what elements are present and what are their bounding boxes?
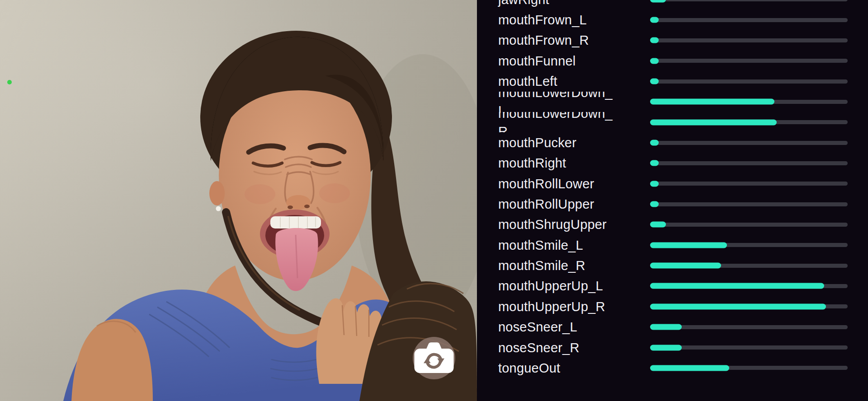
blendshape-label: mouthLowerDown_ R	[498, 112, 650, 132]
blendshape-row: mouthRollLower	[477, 173, 868, 194]
blendshape-bar-fill	[650, 99, 774, 105]
blendshape-bar-fill	[650, 37, 659, 43]
blendshape-list[interactable]: jawRight mouthFrown_L mouthFrown_R mouth…	[477, 0, 868, 378]
blendshape-label: jawRight	[498, 0, 650, 9]
blendshape-label: mouthRight	[498, 154, 650, 172]
blendshape-bar-track	[650, 243, 848, 247]
blendshape-label: noseSneer_L	[498, 318, 650, 336]
blendshape-label: mouthFrown_L	[498, 11, 650, 29]
blendshape-panel: jawRight mouthFrown_L mouthFrown_R mouth…	[477, 0, 868, 401]
blendshape-label: mouthUpperUp_L	[498, 277, 650, 295]
blendshape-bar-fill	[650, 181, 659, 187]
blendshape-row: mouthRollUpper	[477, 194, 868, 214]
camera-preview	[0, 0, 477, 401]
blendshape-bar-fill	[650, 58, 659, 64]
blendshape-bar-fill	[650, 303, 826, 309]
blendshape-bar-fill	[650, 140, 659, 146]
blendshape-bar-track	[650, 366, 848, 370]
app-window: jawRight mouthFrown_L mouthFrown_R mouth…	[0, 0, 868, 401]
blendshape-row: noseSneer_R	[477, 337, 868, 358]
blendshape-label: tongueOut	[498, 359, 650, 377]
blendshape-bar-track	[650, 345, 848, 350]
blendshape-label: noseSneer_R	[498, 339, 650, 357]
blendshape-bar-fill	[650, 365, 729, 371]
blendshape-bar-fill	[650, 222, 666, 228]
blendshape-bar-fill	[650, 201, 659, 207]
blendshape-bar-track	[650, 161, 848, 165]
blendshape-row: mouthFrown_L	[477, 9, 868, 30]
blendshape-label: mouthRollUpper	[498, 195, 650, 213]
tracking-indicator-dot	[7, 80, 12, 84]
blendshape-row: mouthUpperUp_R	[477, 296, 868, 317]
blendshape-bar-track	[650, 202, 848, 206]
blendshape-row: mouthUpperUp_L	[477, 276, 868, 296]
blendshape-bar-fill	[650, 345, 682, 350]
blendshape-bar-track	[650, 18, 848, 22]
blendshape-row: mouthRight	[477, 153, 868, 173]
blendshape-bar-fill	[650, 283, 824, 289]
blendshape-row: mouthShrugUpper	[477, 214, 868, 235]
blendshape-label: mouthShrugUpper	[498, 215, 650, 233]
blendshape-bar-track	[650, 141, 848, 145]
blendshape-bar-track	[650, 100, 848, 104]
blendshape-bar-fill	[650, 324, 682, 330]
blendshape-row: mouthLowerDown_ L	[477, 92, 868, 112]
camera-scene-illustration	[0, 0, 477, 401]
blendshape-label: mouthUpperUp_R	[498, 298, 650, 316]
blendshape-row: mouthSmile_L	[477, 235, 868, 255]
blendshape-bar-fill	[650, 0, 666, 2]
blendshape-bar-fill	[650, 242, 727, 248]
blendshape-bar-track	[650, 304, 848, 308]
blendshape-row: noseSneer_L	[477, 317, 868, 337]
camera-flip-icon	[413, 158, 455, 401]
blendshape-label: mouthFunnel	[498, 52, 650, 70]
blendshape-bar-track	[650, 284, 848, 288]
blendshape-bar-fill	[650, 263, 721, 269]
blendshape-label: mouthLeft	[498, 72, 650, 90]
blendshape-row: tongueOut	[477, 358, 868, 378]
blendshape-bar-track	[650, 120, 848, 124]
blendshape-bar-fill	[650, 79, 659, 84]
blendshape-row: mouthSmile_R	[477, 255, 868, 275]
blendshape-bar-fill	[650, 17, 659, 23]
blendshape-label: mouthSmile_R	[498, 256, 650, 275]
camera-flip-button[interactable]	[413, 337, 455, 379]
blendshape-row: mouthLowerDown_ R	[477, 112, 868, 132]
blendshape-bar-fill	[650, 160, 659, 166]
blendshape-row: mouthPucker	[477, 132, 868, 153]
blendshape-bar-track	[650, 59, 848, 63]
blendshape-row: mouthLeft	[477, 71, 868, 91]
blendshape-label: mouthPucker	[498, 134, 650, 152]
blendshape-bar-track	[650, 0, 848, 1]
blendshape-label: mouthSmile_L	[498, 236, 650, 254]
blendshape-bar-track	[650, 223, 848, 227]
blendshape-bar-fill	[650, 119, 777, 125]
blendshape-bar-track	[650, 182, 848, 186]
blendshape-bar-track	[650, 38, 848, 42]
blendshape-label: mouthRollLower	[498, 175, 650, 193]
blendshape-bar-track	[650, 325, 848, 329]
blendshape-row: mouthFrown_R	[477, 30, 868, 51]
blendshape-label: mouthLowerDown_ L	[498, 92, 650, 112]
blendshape-row: jawRight	[477, 0, 868, 9]
blendshape-label: mouthFrown_R	[498, 31, 650, 49]
blendshape-row: mouthFunnel	[477, 51, 868, 71]
blendshape-bar-track	[650, 264, 848, 268]
blendshape-bar-track	[650, 79, 848, 84]
